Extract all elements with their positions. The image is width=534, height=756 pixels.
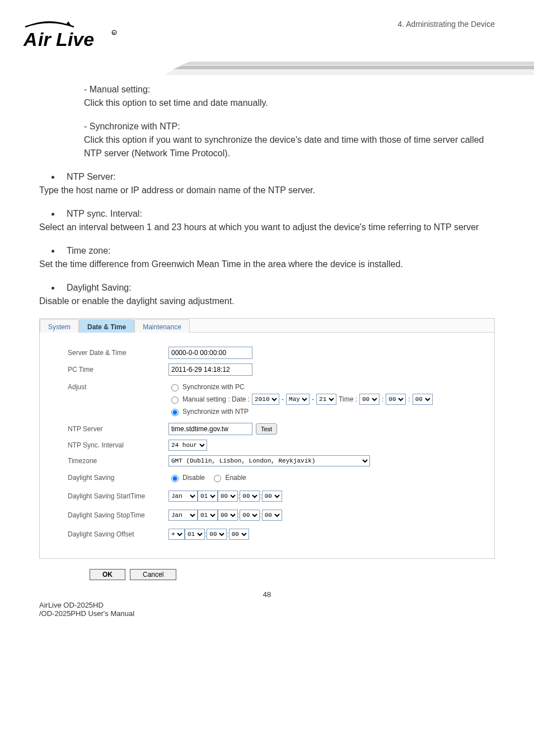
manual-min-select[interactable]: 00 [386,394,406,405]
timezone-heading: Time zone: [67,244,111,258]
cancel-button[interactable]: Cancel [130,569,176,580]
ds-start-month[interactable]: Jan [168,491,198,502]
manual-hour-select[interactable]: 00 [359,394,380,405]
manual-prefix-label: Manual setting : Date : [182,394,250,404]
sep-colon: : [408,394,410,404]
manual-day-select[interactable]: 21 [316,394,336,405]
test-button[interactable]: Test [256,423,277,435]
server-datetime-label: Server Date & Time [68,348,168,358]
ntp-sync-select[interactable]: 24 hour [168,440,207,451]
ds-offset-s[interactable]: 00 [229,529,249,540]
adjust-label: Adjust [68,380,168,392]
radio-ds-enable[interactable] [214,475,221,482]
sync-ntp-heading: - Synchronize with NTP: [84,120,495,133]
ntp-sync-body: Select an interval between 1 and 23 hour… [39,221,495,234]
tab-system[interactable]: System [40,319,79,333]
radio-ds-enable-label: Enable [225,473,246,483]
brand-logo: A ir Live R [22,17,118,56]
sep-colon: : [382,394,383,404]
bullet-icon [51,250,54,253]
ds-stop-s[interactable]: 00 [262,510,282,521]
manual-sec-select[interactable]: 00 [413,394,433,405]
ds-stop-day[interactable]: 01 [198,510,218,521]
bullet-icon [51,287,54,290]
radio-sync-pc-label: Synchronize with PC [182,382,245,392]
bullet-icon [51,213,54,216]
ds-offset-m[interactable]: 00 [207,529,227,540]
radio-sync-ntp[interactable] [171,409,179,416]
tab-maintenance[interactable]: Maintenance [134,319,190,333]
page-number: 48 [39,590,495,599]
radio-ds-disable-label: Disable [182,473,205,483]
daylight-saving-body: Disable or enable the daylight saving ad… [39,295,495,308]
ds-offset-sign[interactable]: + [168,529,185,540]
manual-year-select[interactable]: 2010 [252,394,279,405]
svg-marker-5 [173,66,534,69]
radio-ds-disable[interactable] [171,475,179,482]
ntp-server-heading: NTP Server: [67,170,116,184]
pc-time-label: PC Time [68,365,168,375]
timezone-row-label: Timezone [68,456,168,466]
header-decoration [39,62,495,72]
svg-text:ir Live: ir Live [38,29,94,50]
timezone-body: Set the time difference from Greenwich M… [39,258,495,271]
ntp-server-body: Type the host name or IP address or doma… [39,184,495,197]
ds-start-s[interactable]: 00 [262,491,282,502]
svg-marker-6 [165,70,534,75]
server-datetime-field[interactable] [168,347,252,359]
daylight-saving-row-label: Daylight Saving [68,473,168,483]
sep-dash: - [312,394,314,404]
ds-stop-label: Daylight Saving StopTime [68,510,168,520]
manual-time-label: Time : [339,394,357,404]
footer-line-2: /OD-2025PHD User's Manual [39,609,495,618]
ds-stop-m[interactable]: 00 [240,510,260,521]
sync-ntp-body: Click this option if you want to synchro… [84,133,495,160]
ds-start-m[interactable]: 00 [240,491,260,502]
daylight-saving-heading: Daylight Saving: [67,281,132,295]
radio-sync-pc[interactable] [171,384,179,391]
ds-start-day[interactable]: 01 [198,491,218,502]
ds-stop-month[interactable]: Jan [168,510,198,521]
settings-panel: System Date & Time Maintenance Server Da… [39,318,495,559]
ntp-sync-row-label: NTP Sync. Interval [68,440,168,450]
manual-setting-heading: - Manual setting: [84,83,495,96]
radio-manual[interactable] [171,396,179,404]
manual-month-select[interactable]: May [286,394,310,405]
ntp-sync-heading: NTP sync. Interval: [67,207,142,221]
radio-sync-ntp-label: Synchronize with NTP [182,407,249,417]
svg-text:A: A [23,29,38,50]
ok-button[interactable]: OK [90,569,125,580]
svg-marker-4 [181,62,534,65]
sep-dash: - [282,394,284,404]
ntp-server-input[interactable] [168,423,252,435]
ds-offset-h[interactable]: 01 [185,529,205,540]
ntp-server-row-label: NTP Server [68,424,168,434]
ds-stop-h[interactable]: 00 [218,510,238,521]
ds-start-h[interactable]: 00 [218,491,238,502]
svg-text:R: R [113,31,115,35]
ds-offset-label: Daylight Saving Offset [68,529,168,539]
pc-time-field[interactable] [168,363,252,376]
ds-start-label: Daylight Saving StartTime [68,491,168,501]
timezone-select[interactable]: GMT (Dublin, Lisbon, London, Reykjavik) [168,455,370,466]
tab-date-time[interactable]: Date & Time [79,319,134,333]
breadcrumb: 4. Administrating the Device [397,17,495,29]
footer-line-1: AirLive OD-2025HD [39,601,495,609]
bullet-icon [51,176,54,179]
manual-setting-body: Click this option to set time and date m… [84,96,495,110]
